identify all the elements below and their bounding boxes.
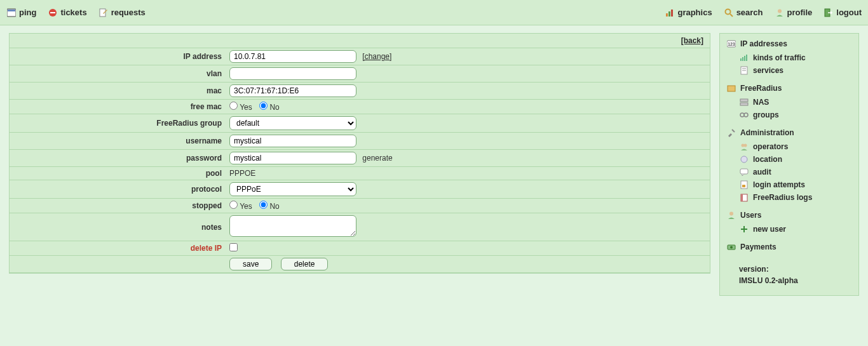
side-nas[interactable]: NAS [739, 96, 852, 109]
notes-textarea[interactable] [229, 215, 356, 237]
svg-point-10 [778, 9, 782, 13]
svg-rect-21 [728, 86, 735, 91]
side-users[interactable]: Users [726, 210, 852, 220]
ip-address-label: IP address [10, 48, 226, 65]
notes-label: notes [10, 213, 226, 241]
tools-icon [726, 128, 736, 138]
top-nav-right: graphics search profile logout [665, 8, 862, 18]
money-icon [726, 242, 736, 252]
protocol-label: protocol [10, 180, 226, 199]
change-link[interactable]: [change] [362, 52, 391, 61]
fr-group-select[interactable]: default [229, 116, 356, 130]
plus-icon [739, 224, 749, 234]
svg-rect-5 [666, 13, 668, 17]
svg-point-27 [744, 144, 747, 147]
back-link[interactable]: [back] [681, 36, 703, 45]
save-button[interactable]: save [229, 258, 272, 270]
chat-icon [739, 167, 749, 177]
svg-point-28 [741, 156, 747, 163]
svg-rect-23 [740, 103, 748, 105]
side-login-attempts[interactable]: login attempts [739, 178, 852, 191]
version-block: version: IMSLU 0.2-alpha [739, 263, 852, 286]
exit-icon [824, 8, 834, 18]
top-nav-left: ping tickets requests [6, 8, 146, 18]
password-input[interactable] [229, 152, 356, 164]
svg-rect-7 [671, 10, 673, 17]
svg-rect-15 [742, 57, 743, 61]
svg-point-34 [729, 212, 733, 216]
users-icon [739, 142, 749, 152]
username-input[interactable] [229, 135, 356, 147]
nav-requests[interactable]: requests [98, 8, 146, 18]
password-label: password [10, 150, 226, 167]
svg-rect-1 [8, 10, 15, 11]
side-freeradius-logs[interactable]: FreeRadius logs [739, 191, 852, 204]
fr-group-label: FreeRadius group [10, 114, 226, 133]
svg-rect-17 [746, 55, 747, 61]
svg-point-24 [740, 113, 744, 117]
side-services[interactable]: services [739, 64, 852, 77]
side-administration[interactable]: Administration [726, 128, 852, 138]
svg-rect-31 [742, 185, 745, 187]
svg-point-8 [725, 9, 730, 14]
free-mac-yes[interactable]: Yes [229, 103, 252, 112]
ip-address-input[interactable] [229, 50, 356, 63]
file-icon [739, 65, 749, 76]
side-location[interactable]: location [739, 153, 852, 166]
svg-rect-14 [740, 58, 742, 61]
username-label: username [10, 133, 226, 150]
generate-link[interactable]: generate [362, 154, 392, 163]
book-icon [739, 192, 749, 203]
stopped-yes[interactable]: Yes [229, 202, 252, 211]
user-single-icon [726, 210, 736, 220]
pool-label: pool [10, 167, 226, 180]
nav-search[interactable]: search [724, 8, 763, 18]
free-mac-no[interactable]: No [259, 103, 280, 112]
vlan-label: vlan [10, 65, 226, 83]
server-icon [739, 97, 749, 107]
svg-line-9 [730, 14, 733, 17]
link-icon [739, 110, 749, 120]
nav-profile[interactable]: profile [775, 8, 813, 18]
side-audit[interactable]: audit [739, 166, 852, 178]
side-freeradius[interactable]: FreeRadius [726, 83, 852, 93]
svg-point-38 [730, 246, 733, 249]
document-edit-icon [98, 8, 109, 18]
svg-text:123: 123 [728, 42, 735, 46]
signal-icon [739, 53, 749, 63]
stopped-no[interactable]: No [259, 202, 280, 211]
nav-logout[interactable]: logout [824, 8, 862, 18]
side-groups[interactable]: groups [739, 109, 852, 121]
globe-icon [739, 154, 749, 164]
side-operators[interactable]: operators [739, 140, 852, 153]
side-payments[interactable]: Payments [726, 242, 852, 252]
terminal-icon [6, 8, 17, 18]
nav-graphics[interactable]: graphics [665, 8, 712, 18]
ip-badge-icon: 123 [726, 39, 736, 49]
mac-input[interactable] [229, 84, 356, 97]
no-entry-icon [48, 8, 58, 18]
svg-rect-6 [668, 11, 670, 17]
top-navbar: ping tickets requests graphics search pr… [0, 0, 868, 25]
svg-rect-33 [741, 194, 743, 201]
vlan-input[interactable] [229, 67, 356, 80]
delete-ip-checkbox[interactable] [229, 243, 238, 251]
side-new-user[interactable]: new user [739, 223, 852, 236]
svg-rect-16 [744, 56, 745, 61]
search-icon [724, 8, 734, 18]
nav-tickets[interactable]: tickets [48, 8, 86, 18]
chart-icon [665, 8, 675, 18]
delete-ip-label: delete IP [10, 241, 226, 256]
mac-label: mac [10, 83, 226, 100]
ip-edit-panel: [back] IP address [change] vlan mac [9, 33, 710, 274]
side-ip-addresses[interactable]: 123 IP addresses [726, 39, 852, 49]
svg-rect-22 [740, 99, 748, 102]
side-kinds-of-traffic[interactable]: kinds of traffic [739, 51, 852, 64]
stopped-label: stopped [10, 199, 226, 213]
delete-button[interactable]: delete [281, 258, 329, 270]
box-gear-icon [726, 83, 736, 93]
nav-ping[interactable]: ping [6, 8, 36, 18]
protocol-select[interactable]: PPPoE [229, 182, 356, 196]
free-mac-label: free mac [10, 100, 226, 114]
side-menu: 123 IP addresses kinds of traffic servic… [719, 33, 859, 296]
